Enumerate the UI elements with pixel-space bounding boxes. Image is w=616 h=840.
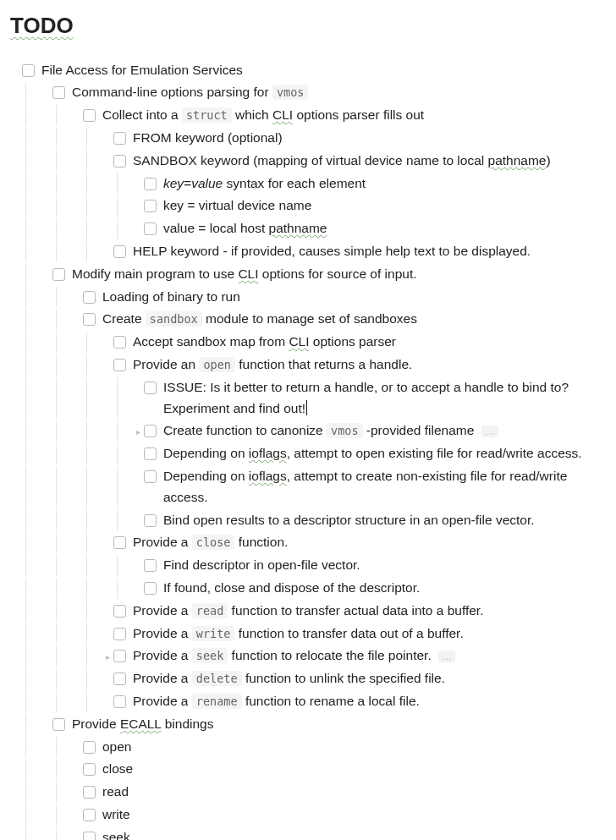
todo-item-label[interactable]: Provide an open function that returns a … [133, 354, 606, 376]
todo-item-label[interactable]: Provide a seek function to relocate the … [133, 645, 606, 667]
checkbox[interactable] [113, 673, 126, 685]
todo-item-label[interactable]: Provide a read function to transfer actu… [133, 601, 606, 622]
todo-item-label[interactable]: key=value syntax for each element [163, 173, 606, 195]
todo-item-label[interactable]: Provide a rename function to rename a lo… [133, 691, 606, 712]
todo-item[interactable]: File Access for Emulation Services [10, 59, 606, 82]
checkbox[interactable] [144, 178, 157, 190]
checkbox[interactable] [113, 132, 126, 145]
checkbox[interactable] [144, 425, 157, 437]
todo-item-label[interactable]: Collect into a struct which CLI options … [102, 105, 606, 126]
todo-item[interactable]: close [10, 758, 606, 781]
todo-item[interactable]: Create sandbox module to manage set of s… [10, 308, 606, 331]
checkbox[interactable] [83, 109, 96, 122]
todo-item-label[interactable]: File Access for Emulation Services [41, 60, 606, 81]
checkbox[interactable] [113, 650, 126, 662]
todo-item[interactable]: write [10, 804, 606, 826]
todo-item[interactable]: Find descriptor in open-file vector. [10, 554, 606, 577]
todo-item[interactable]: value = local host pathname [10, 217, 606, 240]
todo-item[interactable]: If found, close and dispose of the descr… [10, 577, 606, 600]
todo-item-label[interactable]: Accept sandbox map from CLI options pars… [133, 332, 606, 353]
todo-item-label[interactable]: FROM keyword (optional) [133, 128, 606, 149]
todo-item-label[interactable]: close [102, 759, 606, 780]
checkbox[interactable] [113, 628, 126, 640]
todo-item[interactable]: ▸Provide a seek function to relocate the… [10, 645, 606, 667]
todo-item-label[interactable]: Modify main program to use CLI options f… [72, 264, 606, 285]
chevron-right-icon[interactable]: ▸ [132, 425, 144, 439]
todo-item-label[interactable]: open [102, 737, 606, 758]
checkbox[interactable] [144, 514, 157, 527]
todo-item[interactable]: Provide an open function that returns a … [10, 354, 606, 376]
checkbox[interactable] [144, 447, 157, 460]
todo-item[interactable]: Provide a read function to transfer actu… [10, 600, 606, 623]
todo-item-label[interactable]: seek [102, 827, 606, 840]
checkbox[interactable] [83, 291, 96, 304]
todo-item[interactable]: SANDBOX keyword (mapping of virtual devi… [10, 150, 606, 173]
todo-item-label[interactable]: Find descriptor in open-file vector. [163, 555, 606, 576]
todo-item[interactable]: Bind open results to a descriptor struct… [10, 509, 606, 532]
checkbox[interactable] [144, 382, 157, 394]
checkbox[interactable] [113, 336, 126, 349]
checkbox[interactable] [83, 809, 96, 821]
checkbox[interactable] [83, 741, 96, 754]
ellipsis-icon[interactable]: … [438, 651, 455, 662]
todo-item[interactable]: Depending on ioflags, attempt to create … [10, 465, 606, 509]
todo-item[interactable]: seek [10, 826, 606, 840]
checkbox[interactable] [144, 470, 157, 483]
checkbox[interactable] [113, 695, 126, 708]
todo-item-label[interactable]: read [102, 782, 606, 803]
todo-item[interactable]: key = virtual device name [10, 195, 606, 217]
todo-item[interactable]: FROM keyword (optional) [10, 127, 606, 150]
checkbox[interactable] [144, 559, 157, 572]
todo-item-label[interactable]: Bind open results to a descriptor struct… [163, 510, 606, 531]
checkbox[interactable] [52, 268, 65, 281]
todo-item-label[interactable]: HELP keyword - if provided, causes simpl… [133, 241, 606, 262]
chevron-right-icon[interactable]: ▸ [102, 651, 113, 664]
todo-item-label[interactable]: value = local host pathname [163, 218, 606, 239]
checkbox[interactable] [52, 718, 65, 731]
todo-item-label[interactable]: Provide a close function. [133, 532, 606, 553]
todo-item-label[interactable]: Loading of binary to run [102, 287, 606, 308]
checkbox[interactable] [113, 536, 126, 549]
todo-item[interactable]: read [10, 781, 606, 804]
checkbox[interactable] [113, 245, 126, 258]
todo-item[interactable]: Provide a rename function to rename a lo… [10, 690, 606, 713]
todo-item-label[interactable]: Create function to canonize vmos -provid… [163, 420, 606, 442]
checkbox[interactable] [144, 200, 157, 212]
todo-item[interactable]: Depending on ioflags, attempt to open ex… [10, 442, 606, 465]
checkbox[interactable] [83, 313, 96, 326]
ellipsis-icon[interactable]: … [481, 425, 498, 437]
todo-item-label[interactable]: Provide a write function to transfer dat… [133, 623, 606, 645]
todo-item-label[interactable]: key = virtual device name [163, 195, 606, 217]
todo-item-label[interactable]: write [102, 804, 606, 826]
checkbox[interactable] [52, 86, 65, 99]
checkbox[interactable] [113, 359, 126, 371]
checkbox[interactable] [144, 222, 157, 235]
todo-item[interactable]: Provide a delete function to unlink the … [10, 667, 606, 690]
todo-item-label[interactable]: Provide a delete function to unlink the … [133, 668, 606, 689]
checkbox[interactable] [83, 786, 96, 799]
todo-item-label[interactable]: Depending on ioflags, attempt to create … [163, 466, 606, 508]
todo-item[interactable]: Provide ECALL bindings [10, 713, 606, 736]
checkbox[interactable] [113, 155, 126, 167]
todo-item[interactable]: Command-line options parsing for vmos [10, 81, 606, 104]
checkbox[interactable] [83, 832, 96, 840]
checkbox[interactable] [22, 64, 35, 77]
checkbox[interactable] [144, 582, 157, 595]
todo-item[interactable]: Modify main program to use CLI options f… [10, 263, 606, 286]
todo-item[interactable]: Provide a close function. [10, 531, 606, 554]
todo-item[interactable]: HELP keyword - if provided, causes simpl… [10, 240, 606, 263]
todo-item-label[interactable]: Provide ECALL bindings [72, 714, 606, 735]
todo-item[interactable]: Collect into a struct which CLI options … [10, 104, 606, 127]
todo-item-label[interactable]: SANDBOX keyword (mapping of virtual devi… [133, 151, 606, 172]
todo-item[interactable]: open [10, 736, 606, 759]
todo-item[interactable]: Provide a write function to transfer dat… [10, 623, 606, 645]
todo-item-label[interactable]: If found, close and dispose of the descr… [163, 578, 606, 599]
todo-item[interactable]: ISSUE: Is it better to return a handle, … [10, 376, 606, 420]
todo-item-label[interactable]: Create sandbox module to manage set of s… [102, 309, 606, 330]
todo-item[interactable]: key=value syntax for each element [10, 173, 606, 195]
todo-item-label[interactable]: Depending on ioflags, attempt to open ex… [163, 443, 606, 464]
todo-item[interactable]: Loading of binary to run [10, 286, 606, 309]
checkbox[interactable] [83, 763, 96, 776]
todo-item[interactable]: Accept sandbox map from CLI options pars… [10, 331, 606, 354]
checkbox[interactable] [113, 605, 126, 618]
